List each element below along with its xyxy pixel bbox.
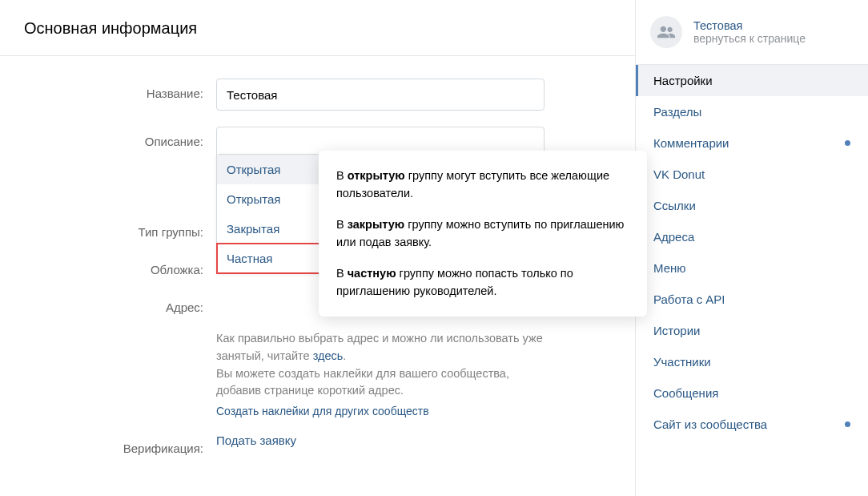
address-help-2: Вы можете создать наклейки для вашего со…	[216, 365, 553, 401]
main-panel: Основная информация Название: Описание: …	[0, 0, 636, 496]
verification-link[interactable]: Подать заявку	[216, 433, 296, 447]
sidebar-item-api[interactable]: Работа с API	[636, 284, 868, 315]
sidebar-item-menu[interactable]: Меню	[636, 252, 868, 284]
name-label: Название:	[24, 79, 216, 100]
group-subtitle: вернуться к странице	[693, 32, 806, 45]
sidebar: Тестовая вернуться к странице Настройки …	[636, 0, 868, 496]
group-icon	[657, 26, 675, 38]
sidebar-item-addresses[interactable]: Адреса	[636, 221, 868, 252]
sidebar-item-sections[interactable]: Разделы	[636, 96, 868, 127]
sidebar-item-settings[interactable]: Настройки	[636, 65, 868, 96]
page-title: Основная информация	[0, 0, 635, 56]
sidebar-item-links[interactable]: Ссылки	[636, 190, 868, 221]
sidebar-item-label: Разделы	[653, 105, 701, 119]
address-help-link[interactable]: здесь	[313, 349, 344, 362]
group-type-label: Тип группы:	[24, 217, 216, 239]
sidebar-item-label: Адреса	[653, 230, 694, 244]
verification-label: Верификация:	[24, 433, 216, 455]
dropdown-item-open[interactable]: Открытая	[217, 184, 319, 214]
sidebar-item-vkdonut[interactable]: VK Donut	[636, 159, 868, 190]
group-type-tooltip: В открытую группу могут вступить все жел…	[319, 151, 647, 317]
sidebar-item-label: Истории	[653, 324, 700, 337]
sidebar-item-label: Настройки	[653, 74, 713, 87]
description-label: Описание:	[24, 127, 216, 148]
sidebar-item-label: Сообщения	[653, 386, 718, 400]
create-stickers-link[interactable]: Создать наклейки для других сообществ	[216, 405, 429, 417]
dropdown-item-private[interactable]: Частная	[217, 244, 319, 273]
sidebar-item-stories[interactable]: Истории	[636, 315, 868, 346]
sidebar-item-label: Сайт из сообщества	[653, 417, 767, 431]
sidebar-item-label: Меню	[653, 261, 686, 275]
sidebar-item-members[interactable]: Участники	[636, 346, 868, 377]
address-label: Адрес:	[24, 292, 216, 314]
sidebar-item-label: Участники	[653, 355, 711, 369]
name-input[interactable]	[216, 79, 545, 111]
notification-dot-icon	[845, 421, 850, 427]
sidebar-item-site[interactable]: Сайт из сообщества	[636, 409, 868, 440]
sidebar-item-comments[interactable]: Комментарии	[636, 127, 868, 159]
group-name: Тестовая	[693, 19, 806, 32]
cover-label: Обложка:	[24, 255, 216, 276]
address-help: Как правильно выбрать адрес и можно ли и…	[216, 330, 553, 365]
notification-dot-icon	[845, 140, 850, 146]
sidebar-item-label: VK Donut	[653, 167, 705, 181]
sidebar-item-label: Комментарии	[653, 136, 729, 150]
sidebar-item-label: Ссылки	[653, 199, 696, 212]
group-type-dropdown[interactable]: Открытая Открытая Закрытая Частная	[216, 154, 320, 274]
avatar	[650, 16, 682, 48]
group-header[interactable]: Тестовая вернуться к странице	[636, 0, 868, 65]
sidebar-item-messages[interactable]: Сообщения	[636, 377, 868, 409]
address-help-text-1: Как правильно выбрать адрес и можно ли и…	[216, 332, 543, 362]
dropdown-selected[interactable]: Открытая	[217, 155, 319, 184]
dropdown-item-closed[interactable]: Закрытая	[217, 214, 319, 244]
sidebar-item-label: Работа с API	[653, 292, 725, 306]
